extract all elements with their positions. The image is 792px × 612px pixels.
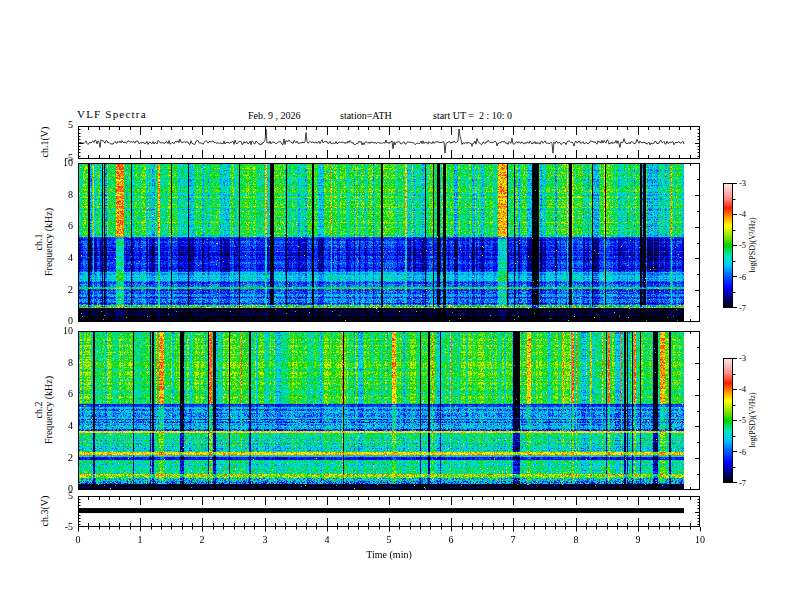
y-tick-label: 10 — [57, 325, 73, 337]
y-tick-label: 6 — [57, 220, 73, 232]
y-tick-label: 2 — [57, 452, 73, 464]
y-tick-label: 5 — [57, 490, 73, 502]
ch1-waveform-panel — [78, 126, 700, 159]
plot-title: VLF Spectra — [77, 108, 147, 120]
start-ut-label: start UT = 2 : 10: 0 — [433, 110, 512, 122]
colorbar-ch1 — [723, 183, 739, 308]
colorbar-tick-label: -3 — [739, 178, 761, 188]
x-tick-label: 10 — [688, 534, 712, 546]
x-tick-label: 8 — [564, 534, 588, 546]
x-tick-label: 0 — [66, 534, 90, 546]
vlf-spectra-figure: VLF Spectra Feb. 9 , 2026 station=ATH st… — [0, 0, 792, 612]
x-tick-label: 4 — [315, 534, 339, 546]
colorbar-axis-title: log(PSD)(V²/Hz) — [749, 392, 757, 447]
y-tick-label: 8 — [57, 189, 73, 201]
y-tick-label: 2 — [57, 284, 73, 296]
x-tick-label: 5 — [377, 534, 401, 546]
x-axis-title: Time (min) — [339, 549, 439, 561]
ch1-spectrogram-axis-title-frequency: Frequency (kHz) — [44, 208, 54, 276]
y-tick-label: -5 — [57, 521, 73, 533]
colorbar-ch2 — [723, 358, 739, 483]
ch1-spectrogram-panel — [78, 163, 700, 322]
colorbar-tick-label: -3 — [739, 353, 761, 363]
ch3-waveform-panel — [78, 496, 700, 527]
colorbar-tick-label: -7 — [739, 478, 761, 488]
colorbar-tick-label: -7 — [739, 303, 761, 313]
y-tick-label: 6 — [57, 388, 73, 400]
date-label: Feb. 9 , 2026 — [248, 110, 301, 122]
x-tick-label: 6 — [439, 534, 463, 546]
x-tick-label: 2 — [190, 534, 214, 546]
ch2-spectrogram-panel — [78, 331, 700, 490]
station-label: station=ATH — [340, 110, 392, 122]
x-tick-label: 3 — [253, 534, 277, 546]
colorbar-tick-label: -6 — [739, 272, 761, 282]
ch1-voltage-axis-title: ch.1(V) — [40, 127, 50, 158]
ch2-spectrogram-axis-title-frequency: Frequency (kHz) — [44, 376, 54, 444]
ch3-voltage-axis-title: ch.3(V) — [40, 496, 50, 527]
y-tick-label: 5 — [57, 119, 73, 131]
x-tick-label: 7 — [501, 534, 525, 546]
y-tick-label: 10 — [57, 157, 73, 169]
y-tick-label: 4 — [57, 252, 73, 264]
x-tick-label: 1 — [128, 534, 152, 546]
colorbar-axis-title: log(PSD)(V²/Hz) — [749, 217, 757, 272]
colorbar-tick-label: -6 — [739, 447, 761, 457]
y-tick-label: 8 — [57, 357, 73, 369]
x-tick-label: 9 — [626, 534, 650, 546]
y-tick-label: 4 — [57, 420, 73, 432]
